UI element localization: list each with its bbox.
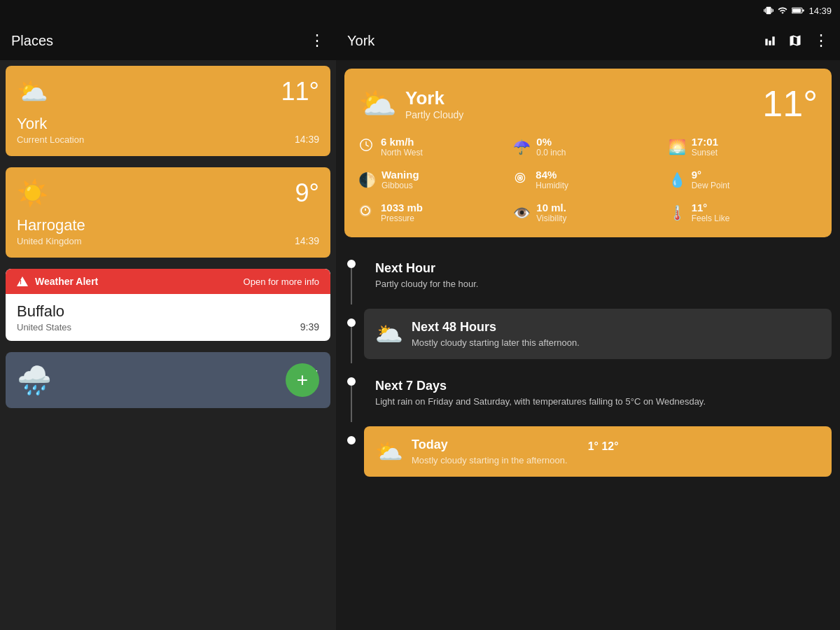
feelslike-value: 11° [692, 202, 730, 214]
wind-icon [358, 137, 375, 156]
york-card[interactable]: ⛅ 11° York Current Location 14:39 [6, 66, 330, 156]
timeline-dot-4 [347, 436, 356, 444]
left-header: Places ⋮ [0, 21, 336, 60]
right-panel: York ⋮ ⛅ York Partly Cloudy [336, 21, 840, 630]
next-48-section: 🌥️ Next 48 Hours Mostly cloudy starting … [336, 304, 840, 363]
main-city-name: York [405, 88, 463, 109]
timeline-line-1 [344, 246, 358, 304]
sunset-detail: 🌅 17:01 Sunset [668, 136, 818, 158]
places-title: Places [11, 33, 53, 49]
today-section: ⛅ Today 1° 12° Mostly cloudy starting in… [336, 422, 840, 481]
feelslike-label: Feels Like [692, 214, 730, 223]
harrogate-card[interactable]: ☀️ 9° Harrogate United Kingdom 14:39 [6, 167, 330, 258]
harrogate-weather-icon: ☀️ [17, 178, 48, 208]
next-7-title: Next 7 Days [375, 379, 820, 393]
battery-icon [792, 6, 804, 15]
moon-icon: 🌓 [358, 172, 376, 188]
main-city-condition: Partly Cloudy [405, 109, 463, 120]
york-subtitle: Current Location [17, 134, 84, 145]
timeline-vert-3 [351, 386, 352, 422]
buffalo-time: 9:39 [300, 321, 319, 332]
timeline-line-3 [344, 363, 358, 422]
pressure-label: Pressure [381, 214, 423, 223]
moon-label: Gibbous [382, 181, 419, 190]
york-page-title: York [347, 33, 374, 49]
york-time: 14:39 [295, 134, 319, 145]
next-48-title: Next 48 Hours [412, 320, 580, 335]
main-york-weather-card: ⛅ York Partly Cloudy 11° 6 km/h [344, 69, 832, 237]
wind-detail: 6 km/h North West [358, 136, 507, 158]
timeline-dot-1 [347, 260, 356, 268]
harrogate-time: 14:39 [295, 235, 319, 246]
weather-details-grid: 6 km/h North West ☂️ 0% 0.0 inch 🌅 [358, 136, 818, 223]
humidity-label: Humidity [536, 181, 568, 190]
main-weather-icon: ⛅ [358, 85, 397, 122]
chart-icon[interactable] [763, 34, 777, 48]
next-48-subtitle: Mostly cloudy starting later this aftern… [412, 337, 580, 348]
next-7-subtitle: Light rain on Friday and Saturday, with … [375, 396, 820, 407]
humidity-icon [513, 171, 530, 188]
today-subtitle: Mostly cloudy starting in the afternoon. [412, 455, 619, 465]
status-bar: 14:39 [0, 0, 840, 21]
main-temperature: 11° [762, 83, 818, 125]
sunset-value: 17:01 [692, 136, 718, 148]
york-weather-icon: ⛅ [17, 77, 48, 106]
harrogate-subtitle: United Kingdom [17, 236, 85, 246]
timeline-line-4 [344, 422, 358, 481]
right-more-icon[interactable]: ⋮ [813, 31, 829, 50]
york-temp: 11° [281, 77, 319, 106]
fourth-card[interactable]: 🌧️ 25 + [6, 352, 330, 408]
today-icon: ⛅ [375, 438, 403, 465]
today-card[interactable]: ⛅ Today 1° 12° Mostly cloudy starting in… [364, 426, 832, 477]
map-icon[interactable] [788, 34, 802, 48]
umbrella-icon: ☂️ [513, 139, 531, 155]
weather-alert-bar[interactable]: ! Weather Alert Open for more info [6, 269, 330, 294]
dewpoint-detail: 💧 9° Dew Point [668, 169, 818, 190]
svg-rect-2 [803, 10, 804, 12]
precip-label: 0.0 inch [536, 148, 566, 158]
precip-detail: ☂️ 0% 0.0 inch [513, 136, 662, 158]
next-48-card[interactable]: 🌥️ Next 48 Hours Mostly cloudy starting … [364, 309, 832, 359]
timeline-vert-1 [351, 268, 352, 304]
status-icons: 14:39 [764, 6, 832, 16]
main-container: Places ⋮ ⛅ 11° York Current Location 14:… [0, 21, 840, 630]
moon-value: Waning [382, 169, 419, 181]
main-city-info: ⛅ York Partly Cloudy [358, 85, 463, 122]
moon-detail: 🌓 Waning Gibbous [358, 169, 507, 190]
harrogate-temp: 9° [295, 178, 319, 208]
precip-value: 0% [536, 136, 566, 148]
timeline-dot-3 [347, 377, 356, 386]
dewpoint-icon: 💧 [668, 172, 686, 188]
buffalo-subtitle: United States [17, 322, 71, 332]
visibility-label: Visibility [536, 214, 566, 223]
left-panel: Places ⋮ ⛅ 11° York Current Location 14:… [0, 21, 336, 630]
wind-value: 6 km/h [381, 136, 423, 148]
next-7-card[interactable]: Next 7 Days Light rain on Friday and Sat… [364, 368, 832, 418]
main-card-top: ⛅ York Partly Cloudy 11° [358, 83, 818, 125]
today-title: Today [412, 438, 448, 452]
eye-icon: 👁️ [513, 204, 531, 221]
next-48-header: 🌥️ Next 48 Hours Mostly cloudy starting … [375, 320, 820, 348]
sunset-icon: 🌅 [668, 139, 686, 155]
dewpoint-value: 9° [692, 169, 730, 181]
add-location-button[interactable]: + [286, 363, 319, 397]
right-header: York ⋮ [336, 21, 840, 60]
next-hour-subtitle: Partly cloudy for the hour. [375, 279, 820, 289]
sunset-label: Sunset [692, 148, 718, 158]
svg-rect-1 [793, 8, 802, 12]
right-header-actions: ⋮ [763, 31, 829, 50]
timeline-vert-2 [351, 327, 352, 363]
next-48-icon: 🌥️ [375, 321, 403, 347]
vibrate-icon [764, 6, 774, 15]
today-temps: 1° 12° [588, 440, 619, 453]
time-display: 14:39 [808, 6, 832, 16]
dewpoint-label: Dew Point [692, 181, 730, 190]
visibility-detail: 👁️ 10 ml. Visibility [513, 202, 662, 223]
pressure-icon [358, 204, 375, 221]
places-more-icon[interactable]: ⋮ [309, 31, 325, 50]
next-hour-card[interactable]: Next Hour Partly cloudy for the hour. [364, 250, 832, 300]
buffalo-card[interactable]: ! Weather Alert Open for more info Buffa… [6, 269, 330, 341]
alert-link[interactable]: Open for more info [244, 276, 319, 287]
next-hour-section: Next Hour Partly cloudy for the hour. [336, 246, 840, 304]
next-hour-title: Next Hour [375, 261, 820, 276]
